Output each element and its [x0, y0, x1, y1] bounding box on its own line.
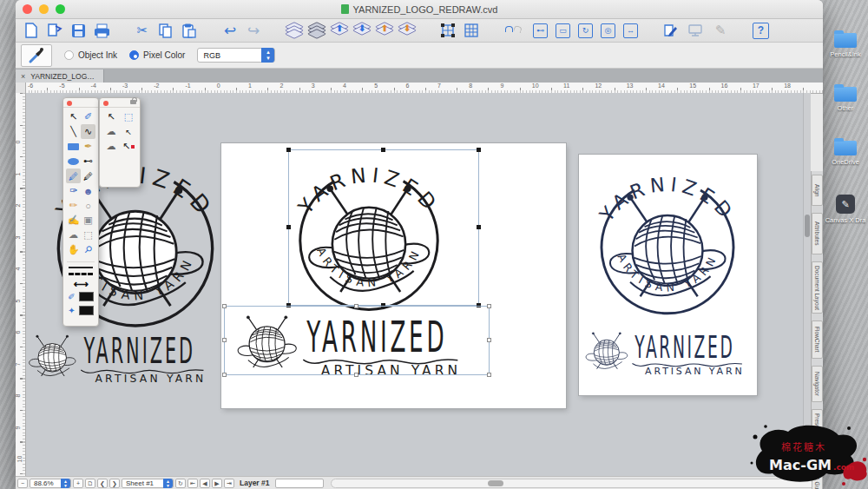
rectangle-tool-icon[interactable] [66, 139, 81, 154]
last-layer-button[interactable]: ⇥ [224, 479, 234, 488]
stamp-tool-icon[interactable]: ✍ [66, 213, 81, 228]
radio-dot[interactable] [64, 50, 74, 60]
stroke-sample-arrow[interactable]: ⟷ [63, 279, 98, 289]
previous-layer-button[interactable]: ◀ [200, 479, 210, 488]
paintbrush-tool-icon[interactable]: ✐ [81, 109, 95, 124]
palette-tab-flowchart[interactable]: FlowChart [812, 320, 823, 359]
fill-color-swatch[interactable] [79, 306, 94, 315]
palette-tab-align[interactable]: Align [812, 175, 823, 206]
markup-pencil-icon[interactable]: ✎ [712, 22, 729, 39]
logo-circular-right[interactable]: YARNIZED ARTISAN YARN [589, 157, 746, 322]
close-window-button[interactable] [23, 4, 32, 14]
zoom-out-button[interactable]: − [17, 479, 28, 488]
send-to-back-icon[interactable] [308, 22, 326, 39]
first-layer-button[interactable]: ⇤ [187, 479, 198, 488]
pointer-tool-icon[interactable]: ↖ [102, 109, 120, 124]
next-sheet-button[interactable]: ❯ [109, 479, 120, 488]
select-tool-icon[interactable]: ↖ [66, 109, 81, 124]
lasso-tool-icon[interactable]: ☁ [66, 228, 81, 242]
new-sheet-button[interactable]: 🗋 [85, 479, 95, 488]
move-back-one-icon[interactable]: ⬇ [398, 22, 416, 39]
lasso-add-icon[interactable]: ☁ [102, 139, 120, 154]
app-icon[interactable]: ✎ [836, 195, 855, 214]
horizontal-scrollbar-thumb[interactable] [488, 480, 503, 486]
ink-bottle-tool-icon[interactable]: ✑ [66, 183, 81, 198]
dropdown-stepper-icon[interactable]: ▲▼ [163, 479, 173, 488]
logo-circular-center[interactable]: YARNIZED ARTISAN YARN [286, 147, 451, 319]
mask-tool-icon[interactable]: ☻ [81, 183, 95, 198]
grid-icon[interactable] [463, 22, 480, 39]
vertical-scrollbar[interactable] [803, 93, 811, 476]
palette-close-icon[interactable] [103, 101, 108, 106]
folder-icon[interactable] [834, 33, 857, 48]
new-document-icon[interactable] [23, 22, 40, 39]
show-rulers-icon[interactable]: ⊷ [533, 23, 548, 38]
palette-tab-attributes[interactable]: Attributes [812, 213, 823, 254]
copy-icon[interactable] [157, 22, 174, 39]
vertical-scrollbar-thumb[interactable] [805, 215, 810, 237]
send-backward-icon[interactable]: ⬇ [353, 22, 371, 39]
desktop-icon-canvas-x-dra[interactable]: ✎Canvas X Dra [823, 195, 868, 224]
redo-icon[interactable]: ↪ [245, 22, 262, 39]
help-button[interactable]: ? [753, 23, 769, 39]
pen-ink-icon[interactable]: ✐ [68, 292, 75, 301]
logo-horizontal-left[interactable]: YARNIZED ARTISAN YARN [26, 329, 224, 387]
quill-tool-icon[interactable]: ✒ [81, 139, 95, 154]
save-icon[interactable] [69, 22, 87, 39]
presentation-icon[interactable] [687, 22, 704, 39]
next-layer-button[interactable]: ▶ [212, 479, 222, 488]
direct-select-icon[interactable]: ↖ [120, 124, 137, 139]
open-document-icon[interactable] [46, 22, 63, 39]
marquee-select-icon[interactable]: ⬚ [120, 109, 137, 124]
document-tab[interactable]: × YARNIZED_LOG… [16, 69, 104, 83]
rotate-view-icon[interactable]: ↻ [578, 23, 593, 38]
zoom-window-button[interactable] [56, 4, 65, 14]
desktop-icon-pencil-ink[interactable]: Pencil&Ink [823, 33, 868, 58]
folder-icon[interactable] [834, 87, 857, 102]
palette-tab-navigator[interactable]: Navigator [812, 366, 823, 402]
previous-sheet-button[interactable]: ❮ [97, 479, 108, 488]
move-front-one-icon[interactable]: ⬆ [376, 22, 393, 39]
center-page-icon[interactable]: ◎ [601, 23, 615, 38]
lasso-select-icon[interactable]: ☁ [102, 124, 120, 139]
line-tool-icon[interactable]: ╲ [66, 124, 81, 139]
dimension-tool-icon[interactable]: ⊷ [81, 154, 95, 169]
desktop-icon-onedrive[interactable]: OneDrive [823, 141, 868, 166]
title-bar[interactable]: YARNIZED_LOGO_REDRAW.cvd [16, 0, 823, 19]
undo-icon[interactable]: ↩ [221, 22, 239, 39]
layer-cycle-button[interactable]: ↻ [175, 479, 186, 488]
fill-bucket-icon[interactable]: ✦ [68, 306, 75, 315]
palette-close-icon[interactable] [67, 101, 72, 106]
curve-tool-icon[interactable]: ∿ [81, 124, 95, 139]
selection-palette[interactable]: ↖ ⬚ ☁ ↖ ☁ ↖ [99, 97, 141, 188]
stroke-sample-line[interactable] [69, 267, 93, 268]
tab-close-icon[interactable]: × [21, 72, 25, 81]
sheet-dropdown[interactable]: Sheet #1 ▲▼ [122, 479, 174, 488]
cut-icon[interactable]: ✂ [134, 22, 151, 39]
canvas-area[interactable]: YARNIZED ARTISAN YARN YARNIZED ARTISAN Y… [26, 93, 811, 476]
logo-horizontal-right[interactable]: YARNIZED ARTISAN YARN [582, 327, 760, 378]
camera-tool-icon[interactable]: ▣ [81, 213, 95, 228]
radio-dot-selected[interactable] [129, 50, 139, 60]
eyedropper-tool-icon[interactable]: 🖉 [66, 169, 81, 183]
paste-icon[interactable] [181, 22, 198, 39]
tool-palette[interactable]: ↖ ✐ ╲ ∿ ✒ ⊷ 🖉 🖉 ✑ ☻ ✏ ○ ✍ ▣ ☁ [62, 97, 99, 327]
stroke-color-swatch[interactable] [79, 292, 94, 301]
object-ink-radio[interactable]: Object Ink [64, 50, 117, 60]
palette-tab-document-layout[interactable]: Document Layout [812, 261, 823, 314]
dropdown-stepper-icon[interactable]: ▲▼ [61, 479, 70, 488]
show-page-frame-icon[interactable]: ▭ [556, 23, 570, 38]
logo-horizontal-center[interactable]: YARNIZED ARTISAN YARN [232, 309, 483, 380]
ellipse-tool-icon[interactable] [66, 154, 81, 169]
dropdown-stepper-icon[interactable]: ▲▼ [261, 48, 274, 63]
loop-select-tool-icon[interactable]: ○ [81, 198, 95, 213]
pixel-color-radio[interactable]: Pixel Color [129, 50, 185, 60]
annotation-pen-icon[interactable] [661, 22, 679, 39]
color-mode-dropdown[interactable]: RGB ▲▼ [197, 48, 275, 63]
zoom-tool-icon[interactable]: ⚲ [77, 239, 98, 260]
precision-eyedropper-icon[interactable]: 🖉 [81, 169, 95, 183]
bring-forward-icon[interactable]: ⬆ [331, 22, 348, 39]
print-icon[interactable] [93, 22, 110, 39]
zoom-in-button[interactable]: + [73, 479, 83, 488]
marker-tool-icon[interactable]: ✏ [66, 198, 81, 213]
